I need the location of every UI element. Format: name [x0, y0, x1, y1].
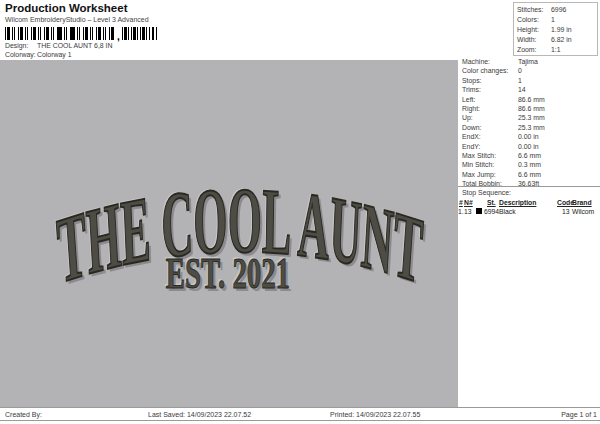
stat-zoom: Zoom: 1:1 — [517, 45, 597, 55]
colorway-row: Colorway: Colorway 1 — [5, 51, 36, 58]
info-endy: EndY:0.00 in — [462, 142, 598, 151]
embroidery-canvas: THE COOL AUNT EST. 2021 THE COOL AUNT ES… — [0, 60, 458, 407]
info-right: Right:86.6 mm — [462, 104, 598, 113]
stat-height: Height: 1.99 in — [517, 25, 597, 35]
row-description: Black — [499, 208, 516, 215]
row-needle: 13 — [464, 208, 472, 215]
info-left: Left:86.6 mm — [462, 95, 598, 104]
design-barcode: , — [5, 27, 160, 40]
embroidery-design: THE COOL AUNT EST. 2021 THE COOL AUNT ES… — [0, 60, 458, 407]
col-num: # — [459, 199, 463, 206]
row-brand: Wilcom — [572, 208, 594, 215]
thread-color-swatch — [476, 208, 482, 214]
info-endx: EndX:0.00 in — [462, 132, 598, 141]
barcode-bars-icon — [122, 27, 157, 40]
stop-sequence-section: Stop Sequence: # N# St. Description Code… — [458, 186, 600, 187]
stat-width: Width: 6.82 in — [517, 35, 597, 45]
barcode-separator: , — [117, 34, 120, 40]
design-stats-box: Stitches: 6996 Colors: 1 Height: 1.99 in… — [513, 2, 598, 56]
stop-sequence-title: Stop Sequence: — [462, 189, 511, 196]
info-max-stitch: Max Stitch:6.6 mm — [462, 151, 598, 160]
design-row: Design: THE COOL AUNT 6,8 IN — [5, 42, 28, 49]
production-worksheet: Production Worksheet Wilcom EmbroiderySt… — [0, 0, 600, 424]
row-num: 1. — [458, 208, 464, 215]
info-min-stitch: Min Stitch:0.3 mm — [462, 160, 598, 169]
info-machine: Machine:Tajima — [462, 57, 598, 66]
design-name: THE COOL AUNT 6,8 IN — [37, 42, 112, 49]
row-stitches: 6994 — [484, 208, 499, 215]
footer-bar: Created By: Last Saved: 14/09/2023 22.07… — [0, 407, 600, 421]
barcode-bars-icon — [5, 27, 116, 40]
sub-text: EST. 2021 — [166, 248, 290, 298]
info-color-changes: Color changes:0 — [462, 66, 598, 75]
col-description: Description — [499, 199, 536, 206]
info-down: Down:25.3 mm — [462, 123, 598, 132]
page-title: Production Worksheet — [5, 2, 127, 14]
row-code: 13 — [562, 208, 570, 215]
last-saved-text: Last Saved: 14/09/2023 22.07.52 — [148, 411, 251, 418]
col-stitches: St. — [487, 199, 496, 206]
colorway-label: Colorway: — [5, 51, 36, 58]
created-by-label: Created By: — [5, 411, 42, 418]
design-label: Design: — [5, 42, 28, 49]
col-needle: N# — [464, 199, 473, 206]
software-version: Wilcom EmbroideryStudio – Level 3 Advanc… — [5, 16, 149, 23]
page-number: Page 1 of 1 — [561, 411, 597, 418]
info-stops: Stops:1 — [462, 76, 598, 85]
info-trims: Trims:14 — [462, 85, 598, 94]
info-max-jump: Max Jump:6.6 mm — [462, 170, 598, 179]
colorway-name: Colorway 1 — [37, 51, 71, 58]
machine-info-panel: Machine:Tajima Color changes:0 Stops:1 T… — [462, 57, 598, 189]
info-total-bobbin: Total Bobbin:36.63ft — [462, 179, 598, 188]
info-up: Up:25.3 mm — [462, 113, 598, 122]
col-brand: Brand — [572, 199, 592, 206]
stat-stitches: Stitches: 6996 — [517, 5, 597, 15]
stat-colors: Colors: 1 — [517, 15, 597, 25]
printed-text: Printed: 14/09/2023 22.07.55 — [330, 411, 420, 418]
